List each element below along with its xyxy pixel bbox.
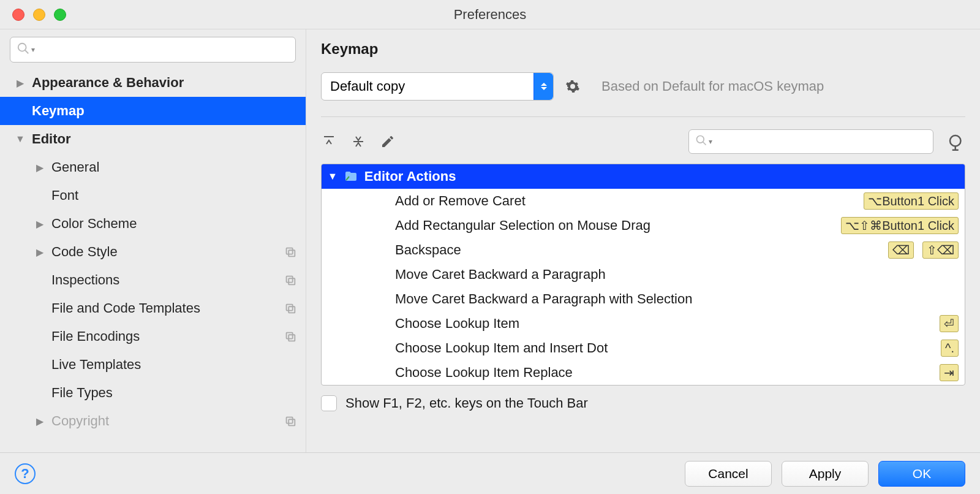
sidebar: ▾ ▶Appearance & BehaviorKeymap▼Editor▶Ge…	[0, 29, 306, 452]
svg-point-16	[950, 135, 961, 146]
action-row[interactable]: Choose Lookup Item Replace⇥	[322, 360, 965, 385]
action-label: Choose Lookup Item and Insert Dot	[395, 340, 608, 356]
scheme-row: Default copy Based on Default for macOS …	[306, 69, 980, 112]
sidebar-item-live-templates[interactable]: Live Templates	[0, 351, 306, 379]
svg-rect-10	[287, 417, 293, 424]
dialog-footer: ? Cancel Apply OK	[0, 452, 980, 494]
svg-rect-11	[288, 419, 295, 425]
sidebar-item-editor[interactable]: ▼Editor	[0, 125, 306, 153]
shortcut-badges: ⏎	[940, 315, 959, 332]
search-history-caret-icon[interactable]: ▾	[31, 45, 35, 54]
action-row[interactable]: Choose Lookup Item and Insert Dot^.	[322, 336, 965, 360]
actions-list: ▼ Editor Actions Add or Remove Caret⌥But…	[321, 164, 965, 386]
shortcut-badges: ^.	[941, 340, 959, 357]
action-label: Choose Lookup Item Replace	[395, 365, 573, 381]
disclosure-right-icon: ▶	[34, 416, 45, 427]
sidebar-item-appearance-behavior[interactable]: ▶Appearance & Behavior	[0, 69, 306, 97]
sidebar-item-inspections[interactable]: Inspections	[0, 266, 306, 294]
sidebar-item-file-encodings[interactable]: File Encodings	[0, 322, 306, 351]
shortcut-badge: ⇧⌫	[922, 241, 959, 259]
keymap-scheme-value: Default copy	[330, 78, 405, 94]
sidebar-item-label: Code Style	[51, 244, 118, 260]
shortcut-badge: ⏎	[940, 315, 959, 332]
touchbar-fn-label: Show F1, F2, etc. keys on the Touch Bar	[345, 395, 588, 411]
zoom-window-icon[interactable]	[54, 9, 66, 21]
sidebar-item-code-style[interactable]: ▶Code Style	[0, 238, 306, 266]
keymap-scheme-select[interactable]: Default copy	[321, 72, 554, 101]
sidebar-item-label: Keymap	[32, 103, 85, 119]
svg-rect-3	[288, 250, 295, 256]
shortcut-badge: ⌥Button1 Click	[864, 192, 959, 210]
sidebar-item-file-and-code-templates[interactable]: File and Code Templates	[0, 294, 306, 322]
action-row[interactable]: Backspace⌫⇧⌫	[322, 238, 965, 262]
shortcut-badge: ⇥	[940, 364, 959, 381]
sidebar-item-general[interactable]: ▶General	[0, 153, 306, 181]
based-on-label: Based on Default for macOS keymap	[601, 78, 824, 94]
apply-button[interactable]: Apply	[782, 461, 869, 487]
sidebar-item-label: File Encodings	[51, 329, 140, 344]
disclosure-right-icon: ▶	[34, 218, 45, 230]
action-row[interactable]: Add Rectangular Selection on Mouse Drag⌥…	[322, 213, 965, 238]
sidebar-search-input[interactable]	[37, 43, 289, 57]
sidebar-item-label: Editor	[32, 131, 71, 147]
sidebar-item-label: Color Scheme	[51, 216, 137, 232]
svg-point-0	[18, 43, 26, 51]
sidebar-item-label: Font	[51, 188, 78, 203]
project-level-icon	[284, 273, 297, 287]
svg-rect-7	[288, 306, 295, 313]
panel-title: Keymap	[306, 29, 980, 69]
close-window-icon[interactable]	[12, 9, 24, 21]
sidebar-item-label: Inspections	[51, 272, 119, 288]
sidebar-item-font[interactable]: Font	[0, 181, 306, 210]
project-level-icon	[284, 302, 297, 315]
edit-icon[interactable]	[380, 134, 396, 150]
action-row[interactable]: Move Caret Backward a Paragraph	[322, 262, 965, 287]
minimize-window-icon[interactable]	[33, 9, 45, 21]
touchbar-fn-checkbox[interactable]	[321, 395, 337, 411]
shortcut-badges: ⌥⇧⌘Button1 Click	[841, 217, 959, 234]
sidebar-search[interactable]: ▾	[10, 37, 296, 63]
sidebar-item-file-types[interactable]: File Types	[0, 379, 306, 407]
action-row[interactable]: Add or Remove Caret⌥Button1 Click	[322, 189, 965, 213]
project-level-icon	[284, 330, 297, 343]
titlebar: Preferences	[0, 0, 980, 29]
collapse-all-icon[interactable]	[350, 134, 366, 150]
shortcut-badges: ⇥	[940, 364, 959, 381]
cancel-button[interactable]: Cancel	[685, 461, 772, 487]
action-label: Add Rectangular Selection on Mouse Drag	[395, 218, 650, 234]
action-label: Move Caret Backward a Paragraph	[395, 267, 606, 283]
svg-rect-4	[287, 276, 293, 283]
expand-all-icon[interactable]	[321, 134, 337, 150]
content: ▾ ▶Appearance & BehaviorKeymap▼Editor▶Ge…	[0, 29, 980, 452]
window-controls	[12, 9, 66, 21]
folder-icon	[344, 169, 358, 184]
group-header-editor-actions[interactable]: ▼ Editor Actions	[322, 164, 965, 189]
sidebar-item-copyright[interactable]: ▶Copyright	[0, 407, 306, 435]
svg-rect-6	[287, 305, 293, 311]
sidebar-item-color-scheme[interactable]: ▶Color Scheme	[0, 210, 306, 238]
disclosure-right-icon: ▶	[34, 162, 45, 173]
svg-rect-2	[287, 248, 293, 254]
help-icon[interactable]: ?	[15, 463, 36, 484]
action-search-input[interactable]	[715, 135, 927, 149]
settings-tree: ▶Appearance & BehaviorKeymap▼Editor▶Gene…	[0, 69, 306, 452]
shortcut-badge: ⌫	[888, 241, 914, 259]
group-header-label: Editor Actions	[364, 169, 456, 184]
divider	[321, 116, 965, 117]
find-by-shortcut-icon[interactable]	[947, 132, 965, 151]
action-row[interactable]: Move Caret Backward a Paragraph with Sel…	[322, 287, 965, 311]
disclosure-right-icon: ▶	[15, 77, 26, 89]
svg-point-14	[697, 135, 704, 143]
disclosure-right-icon: ▶	[34, 246, 45, 258]
ok-button[interactable]: OK	[878, 461, 965, 487]
sidebar-item-keymap[interactable]: Keymap	[0, 97, 306, 125]
action-label: Backspace	[395, 242, 461, 258]
action-label: Add or Remove Caret	[395, 193, 526, 209]
action-label: Move Caret Backward a Paragraph with Sel…	[395, 291, 692, 307]
disclosure-down-icon: ▼	[328, 171, 337, 182]
search-history-caret-icon[interactable]: ▾	[709, 137, 712, 146]
gear-icon[interactable]	[565, 78, 581, 94]
search-icon	[17, 42, 30, 58]
action-search[interactable]: ▾	[688, 129, 933, 154]
action-row[interactable]: Choose Lookup Item⏎	[322, 311, 965, 336]
